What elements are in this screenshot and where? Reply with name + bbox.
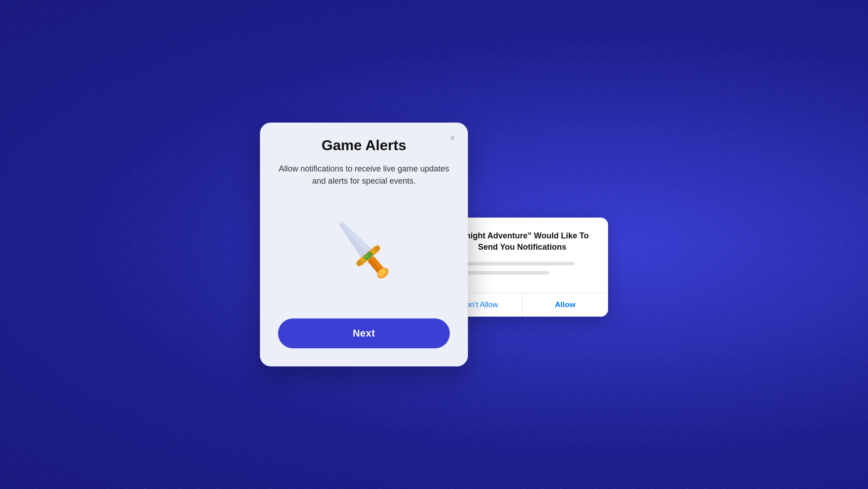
- close-icon: ×: [450, 133, 455, 143]
- ios-popup-title: “Knight Adventure” Would Like To Send Yo…: [447, 230, 597, 253]
- game-alerts-modal: × Game Alerts Allow notifications to rec…: [260, 123, 468, 366]
- sword-illustration: [278, 201, 450, 300]
- svg-marker-0: [335, 218, 372, 258]
- scene: × Game Alerts Allow notifications to rec…: [260, 123, 608, 366]
- close-button[interactable]: ×: [446, 132, 459, 144]
- next-button[interactable]: Next: [278, 318, 450, 348]
- modal-description: Allow notifications to receive live game…: [278, 163, 450, 187]
- modal-title: Game Alerts: [278, 137, 450, 154]
- allow-button[interactable]: Allow: [522, 293, 609, 317]
- sword-icon: [319, 205, 409, 296]
- next-button-label: Next: [353, 328, 375, 339]
